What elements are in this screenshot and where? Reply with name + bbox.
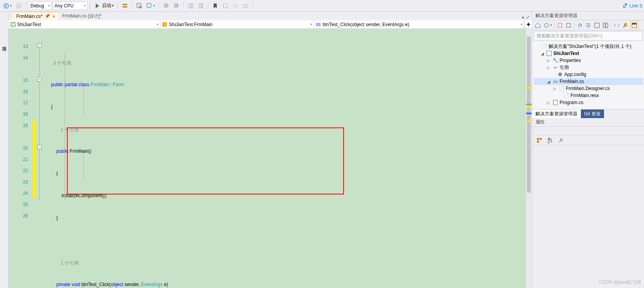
vertical-scrollbar[interactable] (525, 29, 532, 288)
tab-fullscreen-icon[interactable]: ⤢ (526, 15, 530, 20)
tool-btn-x3[interactable] (241, 2, 250, 10)
fold-toggle[interactable]: − (37, 77, 42, 81)
tree-resx[interactable]: 📄FrmMain.resx (534, 92, 643, 99)
collapse-icon[interactable] (584, 21, 592, 29)
solution-search[interactable]: 搜索解决方案资源管理器(Ctrl+;) (534, 31, 642, 41)
search-placeholder: 搜索解决方案资源管理器(Ctrl+;) (537, 33, 602, 39)
code-editor[interactable]: 13 14 15 16 17 18 19 20 21 22 23 24 25 2… (9, 29, 532, 288)
code-content[interactable]: 3 个引用 public partial class FrmMain : For… (46, 29, 525, 288)
bookmark-button[interactable] (211, 2, 220, 10)
comment-button[interactable] (186, 2, 195, 10)
properties-grid[interactable] (532, 145, 644, 288)
live-label: Live S (630, 3, 642, 9)
svg-rect-18 (632, 23, 637, 25)
line-gutter: 13 14 15 16 17 18 19 20 21 22 23 24 25 2… (9, 29, 33, 288)
svg-rect-11 (316, 23, 320, 26)
svg-point-0 (4, 4, 9, 8)
tab-dropdown-icon[interactable]: ▾ (522, 15, 524, 20)
ln: 13 (9, 41, 33, 52)
nav-class-combo[interactable]: ShiJianTest.FrmMain▾ (160, 20, 314, 28)
config-combo[interactable]: Debug▾ (28, 2, 52, 10)
fold-margin[interactable]: − − − (36, 29, 46, 288)
switch-view-icon[interactable]: ▾ (542, 21, 553, 29)
tool-btn-3[interactable]: ▾ (145, 2, 156, 10)
svg-rect-6 (147, 4, 151, 7)
fold-toggle[interactable]: − (37, 43, 42, 48)
split-button[interactable]: ✚ (524, 20, 532, 28)
tree-program[interactable]: ▷Program.cs (534, 99, 643, 106)
nav-class-text: ShiJianTest.FrmMain (169, 22, 212, 27)
categorized-icon[interactable] (535, 136, 544, 145)
tree-properties[interactable]: ▷🔧Properties (534, 57, 643, 64)
tool-btn-1[interactable] (120, 2, 130, 10)
pin-icon[interactable]: 📌 (45, 14, 50, 19)
nav-forward-button[interactable] (14, 2, 23, 10)
tree-project[interactable]: ◢ShiJianTest (534, 50, 643, 57)
ln: 16 (9, 86, 33, 97)
refresh-icon[interactable] (576, 21, 584, 29)
codelens[interactable]: 1 个引用 (61, 127, 79, 133)
live-share-button[interactable]: Live S (623, 3, 642, 9)
nav-member-combo[interactable]: btnTest_Click(object sender, EventArgs e… (314, 20, 524, 28)
codelens[interactable]: 3 个引用 (53, 60, 71, 66)
close-icon[interactable]: × (53, 14, 55, 19)
tool-a-icon[interactable] (556, 21, 564, 29)
nav-back-button[interactable]: ▾ (2, 2, 13, 10)
start-button[interactable]: 启动▾ (93, 1, 115, 10)
fold-toggle[interactable]: − (37, 145, 42, 149)
properties-object-combo[interactable] (532, 127, 644, 135)
alphabetical-icon[interactable]: AZ (546, 136, 555, 145)
svg-rect-22 (540, 138, 542, 140)
tab-solution-explorer[interactable]: 解决方案资源管理器 (532, 110, 581, 118)
left-dock: 项具 (0, 12, 9, 288)
tool-b-icon[interactable] (565, 21, 572, 29)
svg-text:Z: Z (547, 139, 550, 143)
tool-btn-x2[interactable] (231, 2, 240, 10)
code-icon[interactable] (613, 21, 621, 29)
tab-frmmain-code[interactable]: FrmMain.cs* 📌 × (12, 12, 58, 20)
form-icon: ▭ (553, 79, 558, 84)
uncomment-button[interactable] (196, 2, 205, 10)
props-wrench-icon[interactable] (556, 136, 566, 145)
ln: 23 (9, 177, 33, 188)
show-all-icon[interactable] (593, 21, 601, 29)
tab-label: FrmMain.cs* (16, 14, 42, 19)
tree-frmmain[interactable]: ◢▭FrmMain.cs (534, 78, 643, 85)
properties-toolbar: AZ (532, 135, 644, 145)
platform-combo[interactable]: Any CPU▾ (53, 2, 88, 10)
codelens[interactable]: 1 个引用 (61, 260, 79, 266)
ln: 15 (9, 75, 33, 86)
indent-out-button[interactable] (161, 2, 171, 10)
tool-c-icon[interactable] (602, 21, 609, 29)
ln: 18 (9, 109, 33, 120)
home-icon[interactable] (534, 21, 542, 29)
wrench-icon[interactable] (621, 21, 629, 29)
tree-solution[interactable]: 📄解决方案"ShiJianTest"(1 个项目/共 1 个) (534, 43, 643, 50)
tool-btn-x1[interactable] (221, 2, 230, 10)
scrollbar-thumb[interactable] (527, 37, 531, 193)
tab-git-changes[interactable]: Git 更改 (581, 110, 604, 118)
svg-point-12 (544, 23, 548, 27)
svg-rect-2 (123, 4, 127, 5)
nav-project-text: ShiJianTest (17, 22, 41, 27)
tree-references[interactable]: ▷▫▫引用 (534, 64, 643, 71)
tree-appconfig[interactable]: ⚙App.config (534, 71, 643, 78)
class-icon (162, 22, 167, 27)
indent-in-button[interactable] (172, 2, 181, 10)
svg-point-5 (139, 6, 142, 8)
ln: 20 (9, 143, 33, 154)
tab-frmmain-design[interactable]: FrmMain.cs [设计]* (58, 12, 105, 20)
solution-icon: 📄 (542, 44, 547, 49)
ln: 25 (9, 199, 33, 210)
solution-tree[interactable]: 📄解决方案"ShiJianTest"(1 个项目/共 1 个) ◢ShiJian… (532, 41, 644, 110)
svg-rect-7 (223, 4, 227, 8)
nav-project-combo[interactable]: C# ShiJianTest▾ (9, 20, 160, 28)
tool-btn-2[interactable] (135, 2, 144, 10)
ln: 24 (9, 188, 33, 199)
document-tabbar: FrmMain.cs* 📌 × FrmMain.cs [设计]* ▾ ⤢ (9, 12, 532, 20)
tree-designer[interactable]: ▷📄FrmMain.Designer.cs (534, 85, 643, 92)
start-label: 启动 (102, 2, 111, 9)
right-bottom-tabs: 解决方案资源管理器 Git 更改 (532, 110, 644, 118)
nav-member-text: btnTest_Click(object sender, EventArgs e… (323, 22, 409, 27)
preview-icon[interactable] (630, 21, 639, 30)
